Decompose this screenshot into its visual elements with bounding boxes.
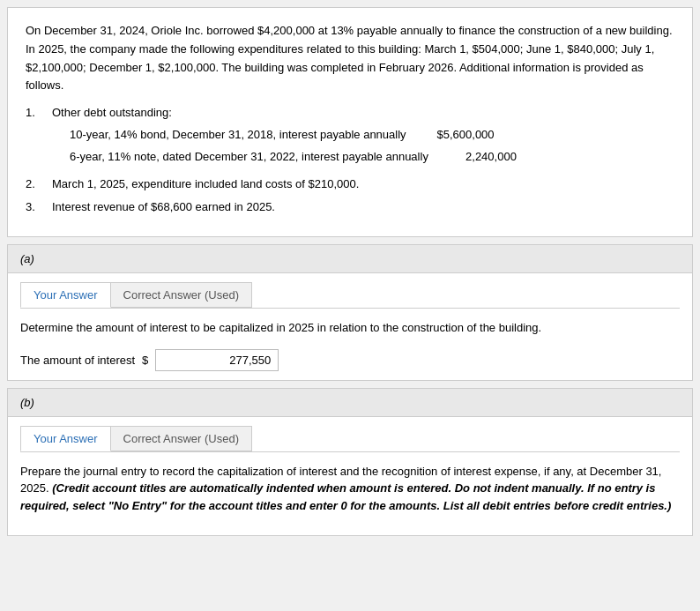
tab-b-correct-answer[interactable]: Correct Answer (Used) (110, 426, 252, 451)
section-b-panel: (b) Your Answer Correct Answer (Used) Pr… (7, 388, 693, 537)
debt-desc-2: 6-year, 11% note, dated December 31, 202… (70, 148, 428, 167)
debt-row-1: 10-year, 14% bond, December 31, 2018, in… (70, 126, 674, 145)
item-1-num: 1. (26, 104, 52, 169)
problem-description: On December 31, 2024, Oriole Inc. borrow… (26, 22, 674, 95)
item-3-num: 3. (26, 198, 52, 217)
section-a-content: Your Answer Correct Answer (Used) Determ… (8, 273, 692, 380)
debt-table: 10-year, 14% bond, December 31, 2018, in… (70, 126, 674, 167)
section-a-answer-label: The amount of interest (20, 354, 135, 367)
section-a-dollar: $ (142, 354, 148, 367)
debt-amount-1: $5,600,000 (406, 126, 495, 145)
problem-box: On December 31, 2024, Oriole Inc. borrow… (7, 7, 693, 237)
item-1-content: Other debt outstanding: 10-year, 14% bon… (52, 104, 674, 169)
section-b-header: (b) (8, 389, 692, 417)
list-item-1: 1. Other debt outstanding: 10-year, 14% … (26, 104, 674, 169)
list-item-2: 2. March 1, 2025, expenditure included l… (26, 175, 674, 194)
section-b-content: Your Answer Correct Answer (Used) Prepar… (8, 417, 692, 536)
item-2-num: 2. (26, 175, 52, 194)
list-item-3: 3. Interest revenue of $68,600 earned in… (26, 198, 674, 217)
section-a-tabs: Your Answer Correct Answer (Used) (20, 282, 680, 309)
page-wrapper: On December 31, 2024, Oriole Inc. borrow… (0, 0, 700, 543)
section-b-instruction: Prepare the journal entry to record the … (20, 463, 680, 515)
section-a-header: (a) (8, 245, 692, 273)
debt-amount-2: 2,240,000 (428, 148, 517, 167)
problem-list: 1. Other debt outstanding: 10-year, 14% … (26, 104, 674, 217)
section-a-instruction: Determine the amount of interest to be c… (20, 319, 680, 337)
tab-b-your-answer[interactable]: Your Answer (20, 426, 111, 451)
section-b-tabs: Your Answer Correct Answer (Used) (20, 426, 680, 452)
tab-a-your-answer[interactable]: Your Answer (20, 282, 111, 308)
debt-row-2: 6-year, 11% note, dated December 31, 202… (70, 148, 674, 167)
section-a-answer-input[interactable] (155, 349, 279, 371)
debt-desc-1: 10-year, 14% bond, December 31, 2018, in… (70, 126, 406, 145)
section-a-panel: (a) Your Answer Correct Answer (Used) De… (7, 244, 693, 381)
tab-a-correct-answer[interactable]: Correct Answer (Used) (110, 282, 252, 308)
section-b-italic-note: (Credit account titles are automatically… (20, 481, 671, 512)
item-2-content: March 1, 2025, expenditure included land… (52, 175, 674, 194)
section-a-answer-row: The amount of interest $ (20, 349, 680, 371)
item-3-content: Interest revenue of $68,600 earned in 20… (52, 198, 674, 217)
